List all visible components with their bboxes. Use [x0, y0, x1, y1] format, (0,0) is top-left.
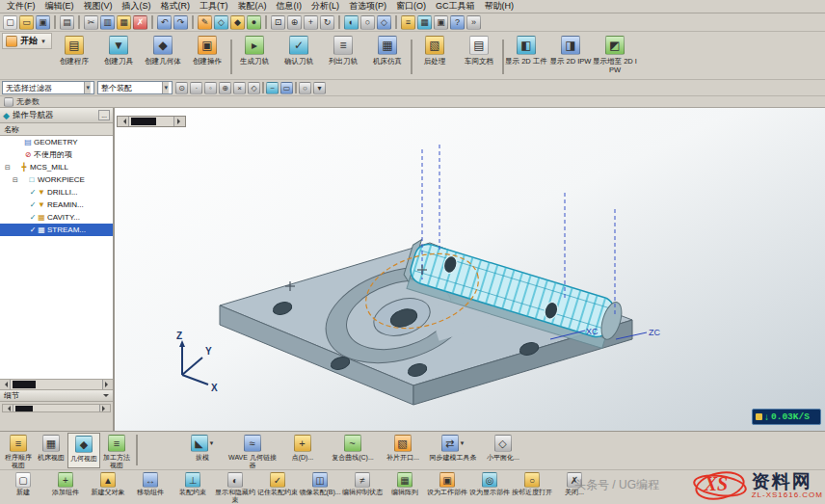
scroll-right-button[interactable]	[173, 117, 185, 126]
new-parent-button[interactable]: ▲ 新建父对象	[87, 471, 129, 503]
selection-scope-combo[interactable]: 整个装配 ▾	[97, 81, 173, 94]
wave-geometry-linker-button[interactable]: ≈ WAVE 几何链接器	[227, 433, 278, 468]
expander-icon[interactable]: ⊟	[4, 164, 12, 172]
make-work-part-button[interactable]: ▣ 设为工作部件	[426, 471, 468, 503]
create-geometry-button[interactable]: ◆ 创建几何体	[141, 33, 185, 78]
extrude-icon[interactable]: ◆	[230, 15, 245, 30]
magnify-icon[interactable]: ○	[299, 82, 311, 94]
intersection-snap-icon[interactable]: ×	[233, 82, 246, 94]
edit-array-button[interactable]: ▦ 编辑阵列	[384, 471, 426, 503]
remember-constraints-button[interactable]: ✓ 记住装配约束	[256, 471, 299, 503]
midpoint-snap-icon[interactable]: ◦	[204, 82, 217, 94]
toolbar-separator[interactable]	[192, 15, 194, 29]
save-icon[interactable]: ▣	[36, 15, 50, 30]
fit-view-icon[interactable]: ⊡	[271, 15, 285, 30]
node-mcs-mill[interactable]: ⊟ ╋ MCS_MILL	[0, 161, 113, 173]
chevron-down-icon[interactable]: ▾	[162, 82, 169, 93]
scroll-left-button[interactable]	[3, 405, 13, 411]
center-snap-icon[interactable]: ⊕	[219, 82, 231, 94]
list-toolpath-button[interactable]: ≡ 列出刀轨	[321, 33, 365, 78]
edit-suppression-button[interactable]: ≠ 编辑抑制状态	[341, 471, 384, 503]
open-file-icon[interactable]: ▭	[19, 15, 34, 30]
menu-item[interactable]: 编辑(E)	[40, 0, 79, 13]
shaded-view-icon[interactable]: ◐	[344, 15, 359, 30]
open-by-proximity-button[interactable]: ○ 按邻近度打开	[511, 471, 553, 503]
pan-icon[interactable]: +	[304, 15, 318, 30]
navigator-more-button[interactable]: ...	[98, 110, 110, 120]
scrollbar-track[interactable]	[11, 380, 102, 389]
cut-icon[interactable]: ✂	[84, 15, 98, 30]
toolbar-separator[interactable]	[265, 15, 267, 29]
toolbar-separator[interactable]	[78, 15, 80, 29]
toolbar-separator[interactable]	[395, 15, 397, 29]
toolbar-separator[interactable]	[338, 15, 340, 29]
toolbar-separator[interactable]	[151, 15, 153, 29]
snap-point-icon[interactable]: ⊙	[175, 82, 188, 94]
scroll-right-button[interactable]	[102, 380, 113, 389]
patch-opening-button[interactable]: ▧ 补片开口...	[378, 433, 428, 468]
toolbar-separator[interactable]	[54, 15, 56, 29]
node-drilling-operation[interactable]: ✓ ▼ DRILLI...	[0, 186, 113, 199]
program-order-view-button[interactable]: ≡ 程序顺序视图	[2, 433, 35, 468]
graphics-viewport[interactable]: XC ZC Z X Y ↓ 0.03K/S	[115, 108, 825, 431]
navigator-h-scrollbar[interactable]	[0, 379, 113, 389]
menu-item[interactable]: 信息(I)	[272, 0, 307, 13]
help-icon[interactable]: ?	[450, 15, 465, 30]
menu-item[interactable]: GC工具箱	[431, 0, 480, 13]
postprocess-button[interactable]: ▧ 后处理	[412, 33, 457, 78]
hole-icon[interactable]: ●	[247, 15, 261, 30]
quadrant-snap-icon[interactable]: ◇	[248, 82, 260, 94]
show-2d-workpiece-button[interactable]: ◧ 显示 2D 工件	[504, 33, 548, 78]
details-scrollbar[interactable]	[2, 404, 111, 412]
menu-item[interactable]: 分析(L)	[306, 0, 344, 13]
node-unused-items[interactable]: ⊘ 不使用的项	[0, 148, 113, 161]
menu-item[interactable]: 插入(S)	[118, 0, 156, 13]
machine-tool-view-button[interactable]: ▦ 机床视图	[35, 433, 67, 468]
node-streamline-operation[interactable]: ✓ ▦ STREAM...	[0, 224, 113, 236]
delete-icon[interactable]: ✗	[133, 15, 147, 30]
paste-icon[interactable]: ▦	[117, 15, 131, 30]
menu-item[interactable]: 工具(T)	[195, 0, 233, 13]
composite-curve-button[interactable]: ~ 复合曲线(C)...	[328, 433, 378, 468]
facet-body-button[interactable]: ◇ 小平面化...	[478, 433, 528, 468]
mirror-assembly-button[interactable]: ◫ 镜像装配(B)...	[299, 471, 341, 503]
node-reaming-operation[interactable]: ✓ ▼ REAMIN...	[0, 199, 113, 211]
scroll-left-button[interactable]	[118, 117, 129, 126]
rotate-view-icon[interactable]: ↻	[320, 15, 334, 30]
wireframe-view-icon[interactable]: ○	[360, 15, 375, 30]
snap-menu-chevron-icon[interactable]: ▾	[313, 82, 326, 94]
scrollbar-track[interactable]	[13, 405, 99, 411]
toolbar-separator[interactable]	[262, 82, 264, 93]
point-on-face-icon[interactable]: ▭	[280, 82, 293, 94]
point-on-curve-icon[interactable]: ~	[266, 82, 279, 94]
display-mode-icon[interactable]: ▦	[417, 15, 432, 30]
point-button[interactable]: + 点(D)...	[278, 433, 328, 468]
verify-toolpath-button[interactable]: ✓ 确认刀轨	[277, 33, 321, 78]
viewport-mini-scrollbar[interactable]	[117, 116, 186, 127]
navigator-column-header[interactable]: 名称	[0, 123, 113, 136]
shop-doc-button[interactable]: ▤ 车间文档	[457, 33, 501, 78]
scroll-right-button[interactable]	[99, 405, 110, 411]
node-workpiece[interactable]: ⊟ □ WORKPIECE	[0, 173, 113, 186]
menu-item[interactable]: 装配(A)	[233, 0, 272, 13]
sketch-icon[interactable]: ✎	[198, 15, 212, 30]
collapse-chevron-icon[interactable]	[103, 394, 109, 400]
show-2d-ipw-button[interactable]: ◨ 显示 2D IPW	[548, 33, 593, 78]
generate-toolpath-button[interactable]: ▸ 生成刀轨	[232, 33, 277, 78]
print-icon[interactable]: ▤	[60, 15, 74, 30]
view-orient-icon[interactable]: ◇	[377, 15, 391, 30]
show-hide-constraints-button[interactable]: ◐ 显示和隐藏约束	[214, 471, 256, 503]
layer-settings-icon[interactable]: ≡	[401, 15, 415, 30]
zoom-icon[interactable]: ⊕	[287, 15, 302, 30]
show-enhanced-2d-ipw-button[interactable]: ◩ 显示增至 2D IPW	[593, 33, 637, 78]
start-menu-button[interactable]: 开始 ▼	[2, 33, 52, 49]
create-program-button[interactable]: ▤ 创建程序	[52, 33, 96, 78]
datum-plane-icon[interactable]: ◇	[214, 15, 228, 30]
menu-item[interactable]: 帮助(H)	[480, 0, 519, 13]
new-component-button[interactable]: ▢ 新建	[2, 471, 44, 503]
scrollbar-thumb[interactable]	[13, 381, 36, 388]
new-file-icon[interactable]: ▢	[3, 15, 17, 30]
move-component-button[interactable]: ↔ 移动组件	[129, 471, 172, 503]
assembly-constraints-button[interactable]: ⊥ 装配约束	[172, 471, 214, 503]
toolbar-separator[interactable]	[295, 82, 297, 93]
